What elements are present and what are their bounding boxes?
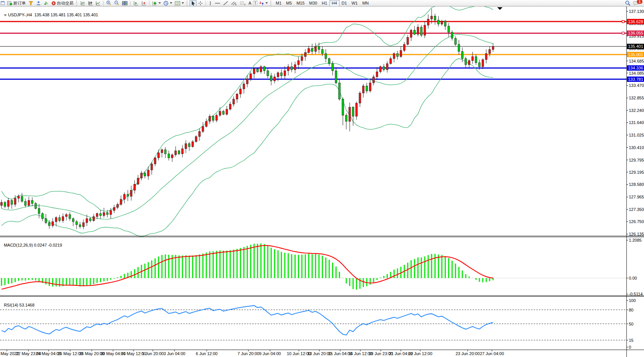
time-axis-label: 9 Jun 04:00 [259, 351, 281, 356]
new-order-label: 新订单 [13, 0, 26, 6]
svg-text:133.781: 133.781 [628, 77, 643, 82]
chart-shift-button[interactable] [140, 0, 148, 6]
vertical-line-tool[interactable] [207, 0, 213, 6]
crosshair-tool[interactable] [197, 0, 204, 6]
fibonacci-tool[interactable]: F [239, 0, 247, 6]
price-axis-label: 127.350 [629, 207, 644, 212]
time-axis-label: 3 Jun 04:00 [163, 351, 185, 356]
time-axis-label: 23 Jun 20:00 [456, 351, 480, 356]
new-order-icon [7, 1, 13, 6]
panel-frames [0, 6, 644, 357]
chart-ohlc: 135.438 135.481 135.401 135.401 [34, 13, 98, 17]
chat-unread-badge: 1 [637, 0, 642, 4]
new-order-button[interactable]: 新订单 [6, 0, 27, 6]
candlesticks[interactable] [1, 9, 494, 229]
macd-axis-label: -0.5114 [629, 292, 643, 296]
time-axis-label: 27 Jun 04:00 [480, 351, 504, 356]
bar-chart-button[interactable] [79, 0, 86, 6]
price-axis-label: 137.130 [629, 9, 644, 14]
autotrading-button[interactable]: 自动交易 [50, 0, 75, 6]
signals-icon[interactable] [42, 0, 50, 6]
svg-text:134.336: 134.336 [628, 66, 643, 70]
rsi-label: RSI(14) 53.1468 [2, 298, 35, 307]
auto-scroll-button[interactable] [132, 0, 140, 6]
timeframe-H1[interactable]: H1 [319, 0, 329, 6]
price-axis-label: 134.685 [629, 59, 644, 63]
chart-shift-marker[interactable] [497, 7, 503, 10]
periods-caret [170, 2, 172, 4]
rsi-panel[interactable] [0, 305, 627, 340]
trendline-tool[interactable] [222, 0, 229, 6]
cursor-tool[interactable] [190, 0, 196, 6]
arrows-tool[interactable] [258, 0, 269, 6]
macd-axis-label: 1.2085 [629, 238, 642, 242]
svg-text:135.001: 135.001 [628, 52, 643, 57]
price-axis-label: 129.795 [629, 158, 644, 162]
zoom-out-button[interactable] [113, 0, 121, 6]
price-axis-label: 129.195 [629, 170, 644, 175]
horizontal-line-tool[interactable] [214, 0, 221, 6]
rsi-axis-label: 100 [629, 298, 636, 303]
rsi-axis-label: 0 [629, 345, 631, 349]
autotrading-icon [51, 1, 56, 6]
rsi-axis-label: 50 [629, 322, 633, 326]
svg-text:135.401: 135.401 [628, 44, 643, 49]
rsi-axis-label: 15 [629, 338, 633, 343]
equidistant-channel-tool[interactable]: E [230, 0, 238, 6]
indicators-button[interactable] [151, 0, 162, 6]
price-axis-label: 132.855 [629, 96, 644, 100]
price-axis-label: 130.410 [629, 145, 644, 150]
hline-handle[interactable] [622, 20, 624, 23]
svg-text:E: E [235, 3, 237, 6]
time-axis-label: 6 Jun 12:00 [196, 351, 218, 356]
timeframe-M30[interactable]: M30 [307, 0, 319, 6]
macd-label: MACD(12,26,9) 0.0247 -0.0219 [2, 238, 62, 247]
tile-windows-button[interactable] [121, 0, 129, 6]
price-axis-label: 126.750 [629, 219, 644, 224]
oneclick-expander-icon[interactable] [4, 14, 7, 16]
candlestick-chart-button[interactable] [87, 0, 94, 6]
price-axis-label: 131.640 [629, 120, 644, 125]
time-axis-label: 22 Jun 12:00 [408, 351, 432, 356]
periods-button[interactable] [162, 0, 173, 6]
price-axis-label: 126.135 [629, 232, 644, 236]
timeframe-H4[interactable]: H4 [330, 0, 339, 6]
line-chart-button[interactable] [94, 0, 102, 6]
chart-window-icon[interactable] [0, 0, 6, 6]
time-axis[interactable]: 19 May 202222 May 23:0024 May 04:0025 Ma… [0, 350, 504, 356]
price-axis-label: 132.240 [629, 108, 644, 113]
hline-handle[interactable] [622, 32, 624, 34]
zoom-in-button[interactable] [105, 0, 113, 6]
search-icon[interactable] [624, 0, 632, 6]
timeframe-M5[interactable]: M5 [284, 0, 294, 6]
rsi-value: 53.1468 [19, 303, 35, 307]
price-axis[interactable]: 137.130136.530135.915135.300134.685134.0… [627, 9, 644, 349]
templates-button[interactable] [174, 0, 185, 6]
time-axis-label: 7 Jun 20:00 [237, 351, 259, 356]
chart-canvas[interactable]: 137.130136.530135.915135.300134.685134.0… [0, 0, 644, 357]
bollinger-middle[interactable] [2, 35, 493, 219]
timeframe-group: M1M5M15M30H1H4D1W1MN [273, 0, 371, 6]
svg-text:F: F [244, 3, 246, 6]
templates-caret [182, 2, 184, 4]
timeframe-M1[interactable]: M1 [273, 0, 284, 6]
chat-icon[interactable]: 1 [632, 0, 641, 6]
bollinger-upper[interactable] [2, 5, 493, 211]
text-label-tool[interactable]: T [253, 0, 258, 6]
price-axis-label: 127.965 [629, 195, 644, 199]
timeframe-MN[interactable]: MN [360, 0, 371, 6]
macd-values: 0.0247 -0.0219 [34, 243, 62, 247]
main-price-panel[interactable] [0, 5, 627, 237]
timeframe-D1[interactable]: D1 [339, 0, 349, 6]
arrows-caret [265, 2, 268, 4]
rsi-axis-label: 80 [629, 308, 633, 312]
timeframe-M15[interactable]: M15 [294, 0, 307, 6]
macd-panel[interactable] [0, 243, 627, 289]
community-icon[interactable] [35, 0, 42, 6]
time-axis-label: 1 Jun 20:00 [142, 351, 164, 356]
text-tool[interactable]: A [247, 0, 253, 6]
toolbar: 新订单 自动交易 [0, 0, 644, 6]
price-axis-label: 131.025 [629, 133, 644, 137]
deposit-icon[interactable] [27, 0, 35, 6]
timeframe-W1[interactable]: W1 [349, 0, 360, 6]
